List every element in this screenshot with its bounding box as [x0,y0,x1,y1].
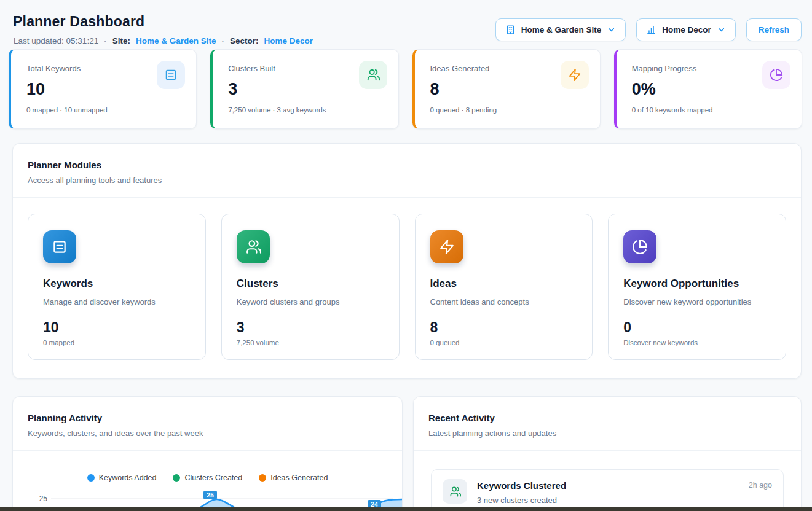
bar-chart-icon [646,25,656,35]
recent-activity-panel: Recent Activity Latest planning actions … [413,396,802,511]
recent-activity-item[interactable]: Keywords Clustered 3 new clusters create… [431,469,784,511]
site-link[interactable]: Home & Garden Site [136,36,216,45]
y-axis-tick: 25 [39,494,48,503]
chevron-down-icon [717,25,726,34]
sector-label: Sector: [230,36,259,45]
module-substat: 0 mapped [43,339,191,346]
lightning-icon [430,230,463,263]
activity-panel-title: Planning Activity [28,413,387,423]
header-meta: Last updated: 05:31:21 · Site: Home & Ga… [14,36,313,45]
last-updated-label: Last updated: 05:31:21 [14,36,98,45]
stat-card-ideas-generated[interactable]: Ideas Generated 8 0 queued · 8 pending [412,49,601,129]
site-selector-dropdown[interactable]: Home & Garden Site [495,18,626,41]
modules-panel-title: Planner Modules [28,160,786,170]
module-value: 0 [623,319,771,336]
modules-panel-subtitle: Access all planning tools and features [28,176,786,185]
sector-link[interactable]: Home Decor [264,36,313,45]
module-title: Keywords [43,278,191,290]
building-icon [505,25,516,35]
legend-dot [87,474,95,482]
users-icon [237,230,270,263]
planner-modules-panel: Planner Modules Access all planning tool… [12,143,802,379]
legend-label: Clusters Created [184,474,242,482]
module-value: 3 [237,319,384,336]
legend-dot [259,474,266,482]
svg-text:25: 25 [207,491,214,499]
stat-substat: 0 mapped · 10 unmapped [26,106,184,114]
module-title: Keyword Opportunities [623,278,771,290]
activity-item-content: Keywords Clustered 3 new clusters create… [477,479,566,505]
lightning-icon [561,61,589,89]
module-card-ideas[interactable]: Ideas Content ideas and concepts 8 0 que… [415,214,593,360]
module-title: Ideas [430,278,578,290]
site-label: Site: [112,36,130,45]
chart-legend: Keywords Added Clusters Created Ideas Ge… [13,474,402,482]
stat-substat: 7,250 volume · 3 avg keywords [228,106,385,114]
chevron-down-icon [607,25,616,34]
legend-item-keywords-added[interactable]: Keywords Added [87,474,157,482]
site-selector-value: Home & Garden Site [521,25,602,34]
planning-activity-panel: Planning Activity Keywords, clusters, an… [12,396,403,511]
module-card-clusters[interactable]: Clusters Keyword clusters and groups 3 7… [221,214,400,360]
meta-separator: · [221,36,224,45]
refresh-button[interactable]: Refresh [746,18,802,41]
meta-separator: · [104,36,107,45]
module-substat: 0 queued [430,339,578,346]
document-icon [157,61,185,89]
last-updated-value: 05:31:21 [66,36,99,45]
recent-panel-subtitle: Latest planning actions and updates [428,429,786,438]
users-icon [359,61,387,89]
pie-chart-icon [623,230,656,263]
legend-label: Keywords Added [99,474,157,482]
module-value: 8 [430,319,578,336]
module-description: Discover new keyword opportunities [623,297,771,306]
activity-item-description: 3 new clusters created [477,496,566,505]
stats-row: Total Keywords 10 0 mapped · 10 unmapped… [9,49,802,129]
recent-panel-header: Recent Activity Latest planning actions … [414,397,801,451]
module-description: Content ideas and concepts [430,297,578,306]
page-title: Planner Dashboard [13,14,144,30]
activity-area-chart[interactable]: 25 25 24 [13,485,403,509]
module-substat: 7,250 volume [237,339,384,346]
activity-panel-subtitle: Keywords, clusters, and ideas over the p… [28,429,387,438]
legend-dot [173,474,180,482]
module-title: Clusters [237,278,384,290]
users-icon [443,479,467,504]
module-description: Keyword clusters and groups [237,297,384,306]
module-description: Manage and discover keywords [43,297,191,306]
activity-item-timestamp: 2h ago [749,481,772,490]
data-label-badge: 25 [203,491,217,499]
stat-substat: 0 queued · 8 pending [430,106,588,114]
recent-panel-title: Recent Activity [428,413,786,423]
taskbar-edge [0,507,812,511]
activity-item-title: Keywords Clustered [477,480,566,491]
module-value: 10 [43,319,191,336]
module-card-keywords[interactable]: Keywords Manage and discover keywords 10… [28,214,206,360]
header-controls: Home & Garden Site Home Decor Refresh [495,18,802,41]
sector-selector-value: Home Decor [662,25,711,34]
legend-item-clusters-created[interactable]: Clusters Created [173,474,242,482]
module-substat: Discover new keywords [623,339,771,346]
document-icon [43,230,76,263]
planner-dashboard-screen: Planner Dashboard Last updated: 05:31:21… [0,0,812,511]
modules-grid: Keywords Manage and discover keywords 10… [13,198,801,376]
legend-item-ideas-generated[interactable]: Ideas Generated [259,474,328,482]
modules-panel-header: Planner Modules Access all planning tool… [13,144,801,198]
stat-card-mapping-progress[interactable]: Mapping Progress 0% 0 of 10 keywords map… [614,49,802,129]
stat-card-clusters-built[interactable]: Clusters Built 3 7,250 volume · 3 avg ke… [210,49,398,129]
module-card-keyword-opportunities[interactable]: Keyword Opportunities Discover new keywo… [608,214,786,360]
stat-card-total-keywords[interactable]: Total Keywords 10 0 mapped · 10 unmapped [9,49,197,129]
legend-label: Ideas Generated [270,474,328,482]
sector-selector-dropdown[interactable]: Home Decor [636,18,736,41]
pie-chart-icon [762,61,790,89]
activity-panel-header: Planning Activity Keywords, clusters, an… [13,397,402,451]
stat-substat: 0 of 10 keywords mapped [632,106,789,114]
